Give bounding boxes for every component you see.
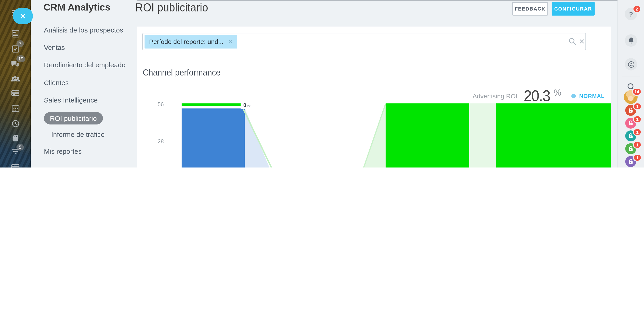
right-rail: ? 2 14 1 1 1 1 1	[618, 0, 644, 168]
funnel-chart[interactable]	[169, 103, 611, 168]
roi-label: Advertising ROI	[472, 92, 517, 100]
notifications-bell-icon[interactable]	[625, 34, 637, 47]
sidebar-title: CRM Analytics	[44, 2, 110, 13]
crm-analytics-sidebar: CRM Analytics Análisis de los prospectos…	[31, 0, 137, 168]
avatar-badge: 14	[632, 88, 642, 96]
sidebar-item-analisis-prospectos[interactable]: Análisis de los prospectos	[44, 26, 123, 34]
sidebar-item-rendimiento-empleado[interactable]: Rendimiento del empleado	[44, 61, 126, 69]
close-sidebar-button[interactable]: ×	[13, 8, 33, 24]
sites-icon[interactable]	[0, 164, 31, 168]
report-card: Período del reporte: und... ✕ ✕ Channel …	[137, 27, 611, 168]
y-tick-56: 56	[146, 101, 164, 108]
feed-icon[interactable]	[0, 30, 31, 38]
page-title: ROI publicitario	[136, 1, 208, 14]
lock-badge: 1	[633, 115, 642, 123]
rail-divider	[622, 76, 640, 76]
advertising-roi-summary: Advertising ROI 20.3 % NORMAL	[472, 87, 605, 105]
tasks-icon[interactable]	[0, 45, 31, 53]
roi-value: 20.3	[524, 87, 550, 105]
lock-badge: 1	[633, 103, 642, 110]
sidebar-item-mis-reportes[interactable]: Mis reportes	[44, 147, 82, 155]
clear-search-icon[interactable]: ✕	[579, 38, 585, 46]
time-icon[interactable]	[0, 119, 31, 128]
filter-badge: 5	[16, 144, 24, 151]
close-icon: ×	[20, 11, 26, 21]
automation-robot-icon[interactable]	[0, 134, 31, 142]
help-badge: 2	[632, 5, 641, 13]
filter-funnel-icon[interactable]	[0, 148, 31, 156]
stage1-green-bar	[182, 103, 240, 106]
configure-button[interactable]: CONFIGURAR	[552, 2, 594, 16]
sidebar-item-roi-publicitario-active[interactable]: ROI publicitario	[44, 112, 103, 125]
channel-performance-title: Channel performance	[143, 68, 220, 78]
stage4-green-bar	[496, 103, 610, 168]
tasks-badge: 7	[16, 40, 24, 47]
sidebar-item-ventas[interactable]: Ventas	[44, 44, 65, 51]
report-period-filter-chip[interactable]: Período del reporte: und... ✕	[144, 35, 237, 49]
roi-status-label[interactable]: NORMAL	[579, 93, 605, 99]
lock-badge: 1	[633, 128, 642, 136]
stage1-blue-bar	[182, 109, 245, 168]
sidebar-item-clientes[interactable]: Clientes	[44, 79, 68, 87]
intranet-sync-icon[interactable]	[625, 58, 637, 71]
calendar-icon[interactable]	[0, 104, 31, 113]
filter-chip-label: Período del reporte: und...	[149, 38, 224, 45]
sidebar-item-informe-trafico[interactable]: Informe de tráfico	[51, 130, 104, 138]
y-tick-28: 28	[146, 138, 164, 145]
remove-filter-icon[interactable]: ✕	[228, 39, 232, 45]
stage3-green-bar	[386, 103, 469, 168]
employees-icon[interactable]	[0, 75, 31, 83]
chat-badge: 19	[16, 55, 25, 62]
transition3-green-funnel	[469, 103, 496, 168]
search-icon[interactable]	[568, 38, 576, 47]
lock-badge: 1	[633, 154, 642, 162]
app-window: 7 19 5 PO П Я	[0, 0, 644, 168]
roi-status-dot	[572, 94, 576, 98]
lock-badge: 1	[633, 141, 642, 149]
roi-unit: %	[554, 88, 562, 98]
transition1-blue-funnel	[245, 109, 274, 168]
sidebar-item-sales-intelligence[interactable]: Sales Intelligence	[44, 96, 98, 104]
feedback-button[interactable]: FEEDBACK	[512, 2, 548, 16]
left-rail: 7 19 5 PO П Я	[0, 0, 31, 168]
chat-icon[interactable]	[0, 60, 31, 69]
drive-icon[interactable]	[0, 89, 31, 97]
